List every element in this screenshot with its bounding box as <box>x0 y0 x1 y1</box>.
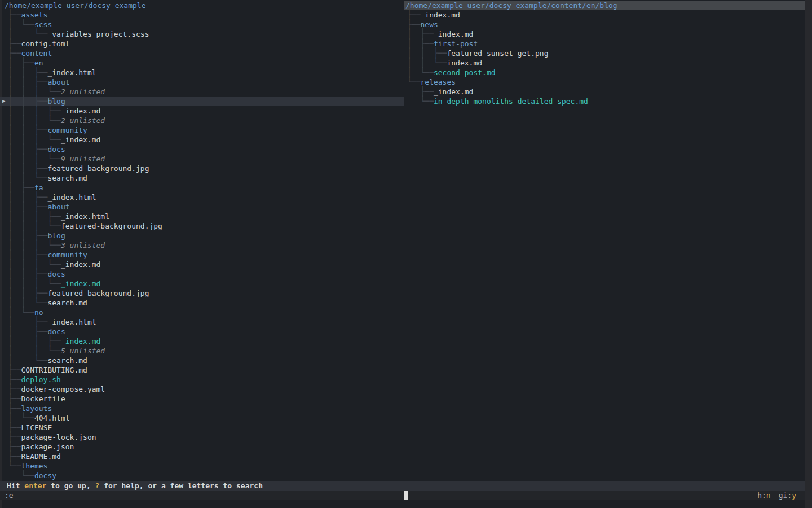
unlisted-count: 2 unlisted <box>61 116 105 125</box>
tree-row-file[interactable]: │ └──second-post.md <box>404 68 812 77</box>
right-tree: ├──_index.md├──news│ ├──_index.md│ ├──fi… <box>404 10 812 106</box>
tree-row-file[interactable]: │ │ ├──featured-background.jpg <box>0 288 404 298</box>
file-name: docker-compose.yaml <box>21 385 105 393</box>
tree-row-file[interactable]: ├──_index.md <box>404 10 812 20</box>
file-name: index.md <box>447 59 482 67</box>
mode-flags: h:ngi:y <box>749 491 796 500</box>
tree-row-file[interactable]: │ │ ├──featured-background.jpg <box>0 164 404 173</box>
file-name: _index.html <box>47 193 96 202</box>
status-text: for help, or a few letters to search <box>99 481 263 490</box>
tree-row-file[interactable]: ├──package.json <box>0 442 404 452</box>
tree-row-directory[interactable]: │ ├──first-post <box>404 39 812 49</box>
tree-row-file[interactable]: │ │ │ └──_index.md <box>0 260 404 269</box>
file-name: README.md <box>21 452 60 461</box>
tree-row-file[interactable]: ├──_index.md <box>404 87 812 97</box>
tree-row-directory[interactable]: └──releases <box>404 77 812 87</box>
status-message: Hit enter to go up, ? for help, or a few… <box>7 481 263 490</box>
selection-arrow-icon: ▶ <box>2 97 5 106</box>
command-input-line[interactable]: :e h:ngi:y <box>0 491 805 500</box>
unlisted-count: 5 unlisted <box>61 347 105 355</box>
tree-row-directory[interactable]: │ └──scss <box>0 20 404 29</box>
flag-gitignore: gi:y <box>779 491 796 500</box>
tree-row-file[interactable]: │ └──404.html <box>0 413 404 423</box>
tree-row-file[interactable]: │ │ └──search.md <box>0 298 404 308</box>
tree-row-file[interactable]: ├──README.md <box>0 452 404 461</box>
tree-row-directory[interactable]: │ ├──en <box>0 58 404 68</box>
tree-branch-lines: └── <box>407 95 434 107</box>
tree-row-file[interactable]: ├──docker-compose.yaml <box>0 384 404 394</box>
tree-row-directory[interactable]: └──themes <box>0 461 404 471</box>
tree-row-unlisted: │ │ └──5 unlisted <box>0 346 404 356</box>
right-panel: /home/example-user/docsy-example/content… <box>404 1 812 106</box>
file-name: deploy.sh <box>21 375 60 384</box>
status-text: to go up, <box>46 481 95 490</box>
file-name: _index.md <box>420 11 460 19</box>
tree-row-file[interactable]: ├──package-lock.json <box>0 432 404 442</box>
tree-row-file[interactable]: │ │ │ └──featured-background.jpg <box>0 221 404 231</box>
tree-row-unlisted: │ │ │ └──3 unlisted <box>0 240 404 250</box>
file-name: _index.md <box>434 87 473 96</box>
file-name: Dockerfile <box>21 395 65 403</box>
tree-row-file[interactable]: ├──config.toml <box>0 39 404 49</box>
file-name: package-lock.json <box>21 433 96 441</box>
flag-hidden: h:n <box>757 491 770 500</box>
tree-row-file[interactable]: ├──deploy.sh <box>0 375 404 384</box>
tree-row-file[interactable]: │ │ └──index.md <box>404 58 812 68</box>
command-input-value[interactable]: :e <box>5 491 14 500</box>
tree-row-directory[interactable]: ├──news <box>404 20 812 29</box>
file-name: _index.html <box>61 212 109 221</box>
tree-row-file[interactable]: │ ├──_index.html <box>0 317 404 327</box>
tree-row-file[interactable]: │ │ ├──featured-sunset-get.png <box>404 49 812 58</box>
right-panel-path[interactable]: /home/example-user/docsy-example/content… <box>404 1 805 10</box>
input-spacer <box>14 491 750 500</box>
file-name: CONTRIBUTING.md <box>21 366 87 374</box>
tree-row-file[interactable]: │ │ │ └──_index.md <box>0 279 404 288</box>
tree-row-directory[interactable]: ├──assets <box>0 10 404 20</box>
tree-row-file[interactable]: └──in-depth-monoliths-detailed-spec.md <box>404 97 812 106</box>
file-name: featured-sunset-get.png <box>447 49 548 58</box>
unlisted-count: 9 unlisted <box>61 155 105 163</box>
status-key-hint: enter <box>24 481 46 490</box>
file-name: package.json <box>21 443 74 451</box>
file-name: _index.md <box>61 337 100 345</box>
file-name: search.md <box>47 174 87 182</box>
unlisted-count: 2 unlisted <box>61 87 105 96</box>
tree-row-file[interactable]: ├──LICENSE <box>0 423 404 432</box>
tree-row-file[interactable]: │ ├──_index.md <box>404 29 812 39</box>
directory-name: docsy <box>34 471 56 480</box>
file-name: _index.md <box>434 30 473 38</box>
tree-row-directory[interactable]: ├──layouts <box>0 404 404 413</box>
tree-row-unlisted: │ │ │ └──2 unlisted <box>0 116 404 125</box>
file-name: featured-background.jpg <box>47 289 149 297</box>
flag-value: y <box>792 491 796 500</box>
file-name: in-depth-monoliths-detailed-spec.md <box>434 97 588 106</box>
broot-terminal: /home/example-user/docsy-example ├──asse… <box>0 0 812 508</box>
left-panel-path[interactable]: /home/example-user/docsy-example <box>0 1 404 10</box>
tree-row-file[interactable]: │ │ ├──_index.html <box>0 192 404 202</box>
tree-row-unlisted: │ │ │ └──2 unlisted <box>0 87 404 97</box>
tree-row-directory[interactable]: │ └──no <box>0 308 404 317</box>
file-name: search.md <box>47 356 87 365</box>
tree-row-directory[interactable]: │ ├──fa <box>0 183 404 192</box>
file-name: _index.md <box>61 135 100 144</box>
tree-row-file[interactable]: │ └──_variables_project.scss <box>0 29 404 39</box>
tree-row-directory[interactable]: └──docsy <box>0 471 404 480</box>
file-name: _index.md <box>61 279 100 288</box>
file-name: 404.html <box>34 414 70 422</box>
tree-row-file[interactable]: ├──Dockerfile <box>0 394 404 404</box>
tree-row-directory[interactable]: ├──content <box>0 49 404 58</box>
file-name: _index.html <box>47 68 96 77</box>
tree-row-file[interactable]: │ │ ├──_index.html <box>0 68 404 77</box>
file-name: featured-background.jpg <box>47 164 149 173</box>
file-name: config.toml <box>21 40 69 48</box>
flag-label: h: <box>757 491 766 500</box>
tree-row-file[interactable]: │ │ └──search.md <box>0 173 404 183</box>
tree-row-file[interactable]: │ │ │ └──_index.md <box>0 135 404 144</box>
file-name: second-post.md <box>434 68 496 77</box>
status-text: Hit <box>7 481 24 490</box>
flag-label: gi: <box>779 491 792 500</box>
input-cursor <box>404 491 408 500</box>
tree-row-unlisted: │ │ │ └──9 unlisted <box>0 154 404 164</box>
tree-row-file[interactable]: ├──CONTRIBUTING.md <box>0 365 404 375</box>
tree-row-file[interactable]: │ └──search.md <box>0 356 404 365</box>
